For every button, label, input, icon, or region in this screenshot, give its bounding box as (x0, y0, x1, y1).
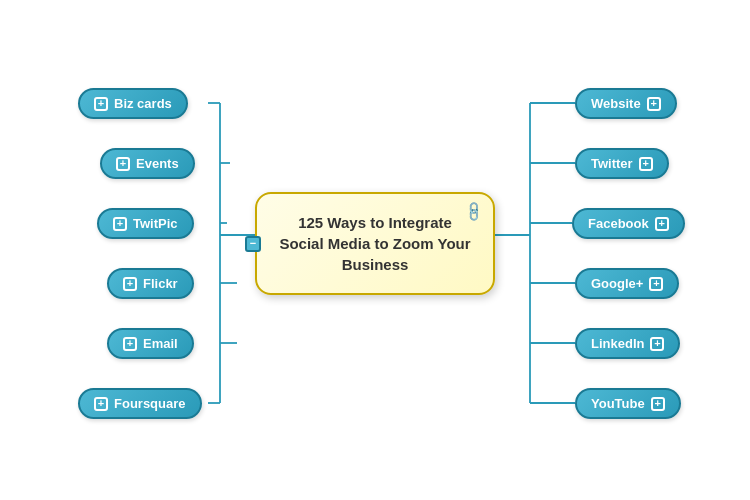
expand-icon-events[interactable]: + (116, 157, 130, 171)
center-node-label: 125 Ways to Integrate Social Media to Zo… (279, 214, 470, 273)
expand-icon-google-plus[interactable]: + (649, 277, 663, 291)
node-label-biz-cards: Biz cards (114, 96, 172, 111)
node-label-twitter: Twitter (591, 156, 633, 171)
expand-icon-website[interactable]: + (647, 97, 661, 111)
node-foursquare[interactable]: +Foursquare (78, 388, 202, 419)
node-google-plus[interactable]: +Google+ (575, 268, 679, 299)
expand-icon-email[interactable]: + (123, 337, 137, 351)
node-label-facebook: Facebook (588, 216, 649, 231)
node-flickr[interactable]: +Flickr (107, 268, 194, 299)
node-label-website: Website (591, 96, 641, 111)
expand-icon-twitter[interactable]: + (639, 157, 653, 171)
node-label-google-plus: Google+ (591, 276, 643, 291)
node-twitter[interactable]: +Twitter (575, 148, 669, 179)
expand-icon-youtube[interactable]: + (651, 397, 665, 411)
expand-icon-facebook[interactable]: + (655, 217, 669, 231)
node-twitpic[interactable]: +TwitPic (97, 208, 194, 239)
node-events[interactable]: +Events (100, 148, 195, 179)
expand-icon-biz-cards[interactable]: + (94, 97, 108, 111)
node-label-email: Email (143, 336, 178, 351)
node-label-linkedin: LinkedIn (591, 336, 644, 351)
node-label-youtube: YouTube (591, 396, 645, 411)
center-node: 🔗 125 Ways to Integrate Social Media to … (255, 192, 495, 295)
node-label-events: Events (136, 156, 179, 171)
node-linkedin[interactable]: +LinkedIn (575, 328, 680, 359)
node-label-flickr: Flickr (143, 276, 178, 291)
expand-icon-twitpic[interactable]: + (113, 217, 127, 231)
node-email[interactable]: +Email (107, 328, 194, 359)
node-facebook[interactable]: +Facebook (572, 208, 685, 239)
node-label-twitpic: TwitPic (133, 216, 178, 231)
expand-icon-foursquare[interactable]: + (94, 397, 108, 411)
node-website[interactable]: +Website (575, 88, 677, 119)
collapse-icon[interactable]: − (245, 236, 261, 252)
node-youtube[interactable]: +YouTube (575, 388, 681, 419)
expand-icon-flickr[interactable]: + (123, 277, 137, 291)
expand-icon-linkedin[interactable]: + (650, 337, 664, 351)
node-biz-cards[interactable]: +Biz cards (78, 88, 188, 119)
link-icon: 🔗 (462, 199, 488, 225)
node-label-foursquare: Foursquare (114, 396, 186, 411)
